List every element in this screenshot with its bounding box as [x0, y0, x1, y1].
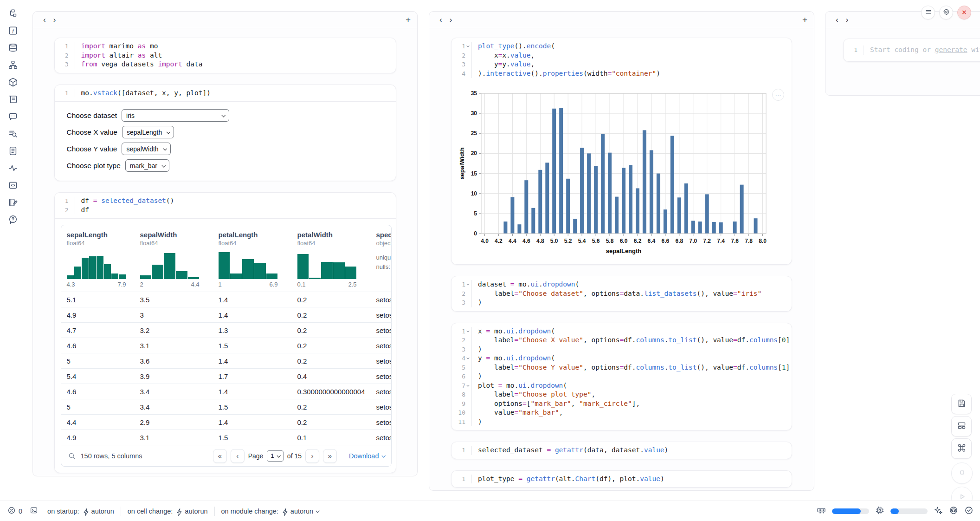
table-cell: setosa	[376, 403, 391, 411]
svg-text:6.6: 6.6	[662, 238, 670, 244]
code-editor[interactable]: 1df = selected_dataset()2df	[55, 193, 396, 218]
table-column-header[interactable]: sepalWidth float64 24.4	[140, 231, 219, 292]
column-prev-button[interactable]: ‹	[39, 16, 50, 24]
code-editor[interactable]: 1selected_dataset = getattr(data, datase…	[451, 442, 792, 459]
code-editor[interactable]: 1plot_type().encode(2 x=x.value,3 y=y.va…	[451, 38, 792, 82]
dependency-graph-button[interactable]	[5, 57, 21, 74]
svg-text:6.4: 6.4	[648, 238, 656, 244]
runtime-config-item[interactable]: on cell change: autorun	[128, 508, 208, 515]
column-1-header: ‹ › +	[33, 12, 417, 28]
first-page-button[interactable]: «	[213, 449, 227, 463]
cell-dataframe: 1df = selected_dataset()2df sepalLength …	[54, 192, 396, 473]
save-button[interactable]	[951, 394, 972, 414]
column-histogram	[140, 252, 200, 279]
line-number: 2	[65, 206, 69, 215]
table-header: sepalLength float64 4.37.9 sepalWidth fl…	[61, 225, 391, 292]
terminal-button[interactable]	[30, 506, 38, 516]
dependency-graph-icon	[8, 60, 18, 72]
fold-chevron-icon[interactable]	[465, 282, 471, 287]
code-editor[interactable]: 1 Start coding or generate with	[844, 39, 980, 61]
svg-text:4.0: 4.0	[481, 238, 489, 244]
fold-chevron-icon[interactable]	[465, 383, 471, 388]
line-number: 3	[65, 60, 69, 69]
runtime-config-item[interactable]: on startup: autorun	[47, 508, 114, 515]
table-row: 53.61.40.2setosa	[61, 353, 391, 368]
packages-button[interactable]	[5, 74, 21, 91]
tracing-button[interactable]	[5, 160, 21, 177]
table-cell: 4.6	[67, 342, 140, 350]
file-tree-button[interactable]	[5, 6, 21, 23]
menu-button[interactable]	[921, 6, 935, 20]
generate-link[interactable]: generate	[935, 46, 967, 53]
line-number: 1	[462, 475, 465, 484]
error-count-button[interactable]: 0	[7, 506, 22, 516]
chevron-down-icon	[381, 454, 385, 457]
table-column-header[interactable]: petalLength float64 16.9	[219, 231, 297, 292]
code-editor[interactable]: 1dataset = mo.ui.dropdown(2 label="Choos…	[451, 276, 792, 311]
runtime-config-label: on startup:	[47, 508, 79, 515]
chevron-down-icon	[277, 454, 280, 457]
svg-text:4.8: 4.8	[536, 238, 544, 244]
scratchpad-button[interactable]	[5, 91, 21, 109]
notebook-button[interactable]	[5, 195, 21, 212]
sparkles-icon	[934, 506, 943, 516]
code-editor[interactable]: 1plot_type = getattr(alt.Chart(df), plot…	[451, 471, 792, 488]
table-cell: 4.9	[67, 311, 140, 319]
dropdown-select[interactable]: sepalLength	[122, 126, 174, 138]
keyboard-shortcuts-button[interactable]	[951, 438, 972, 459]
snippets-button[interactable]	[5, 177, 21, 195]
stop-button[interactable]	[951, 462, 973, 484]
copilot-button[interactable]	[949, 506, 958, 516]
dropdown-label: Choose X value	[67, 128, 117, 137]
column-next-button[interactable]: ›	[446, 16, 456, 24]
table-row: 4.63.41.40.3000000000000004setosa	[61, 384, 391, 399]
chat-button[interactable]	[5, 109, 21, 126]
fold-chevron-icon[interactable]	[465, 329, 471, 334]
prev-page-button[interactable]: ‹	[231, 449, 245, 463]
chat-icon	[8, 111, 18, 123]
functions-button[interactable]: f	[5, 23, 21, 40]
add-cell-button[interactable]: +	[406, 15, 411, 24]
fold-chevron-icon[interactable]	[465, 356, 471, 361]
chart-actions-button[interactable]: ⋯	[772, 89, 784, 101]
code-editor[interactable]: 1mo.vstack([dataset, x, y, plot])	[55, 85, 396, 102]
close-button[interactable]: ×	[957, 6, 971, 20]
code-editor[interactable]: 1x = mo.ui.dropdown(2 label="Choose X va…	[451, 323, 792, 430]
add-cell-button[interactable]: +	[802, 15, 807, 24]
column-prev-button[interactable]: ‹	[832, 16, 842, 24]
column-prev-button[interactable]: ‹	[436, 16, 446, 24]
fold-chevron-icon[interactable]	[465, 44, 471, 49]
ai-assistant-button[interactable]	[934, 506, 943, 516]
dropdown-select[interactable]: iris	[122, 109, 229, 122]
documentation-button[interactable]	[5, 143, 21, 160]
settings-button[interactable]	[939, 6, 953, 20]
connection-status-button[interactable]	[964, 506, 974, 516]
table-column-header[interactable]: petalWidth float64 0.12.5	[297, 231, 376, 292]
table-cell: 3.1	[140, 434, 219, 442]
layout-button[interactable]	[951, 416, 972, 436]
hist-min-label: 1	[219, 281, 222, 288]
last-page-button[interactable]: »	[323, 449, 337, 463]
code-editor[interactable]: 1import marimo as mo2import altair as al…	[55, 38, 396, 73]
table-cell: setosa	[376, 342, 391, 350]
dropdown-select[interactable]: mark_bar	[125, 159, 169, 172]
runtime-config-item[interactable]: on module change: autorun	[221, 508, 319, 515]
column-next-button[interactable]: ›	[50, 16, 60, 24]
logs-button[interactable]	[5, 126, 21, 143]
code-line: 1plot_type().encode(	[451, 42, 792, 51]
table-search-button[interactable]	[68, 452, 76, 460]
table-cell: 0.2	[297, 296, 376, 304]
dropdown-select[interactable]: sepalWidth	[122, 143, 170, 155]
line-number: 3	[462, 60, 465, 69]
column-next-button[interactable]: ›	[842, 16, 852, 24]
datasources-button[interactable]	[5, 40, 21, 57]
help-button[interactable]	[5, 212, 21, 229]
next-page-button[interactable]: ›	[305, 449, 319, 463]
page-select[interactable]: 1	[267, 450, 284, 462]
table-column-header[interactable]: species object unique:nulls:	[376, 231, 392, 292]
table-column-header[interactable]: sepalLength float64 4.37.9	[67, 231, 140, 292]
download-button[interactable]: Download	[349, 452, 385, 460]
column-type: float64	[297, 240, 376, 247]
table-row: 53.41.50.2setosa	[61, 399, 391, 414]
altair-chart[interactable]: 4.04.24.44.64.85.05.25.45.65.86.06.26.46…	[458, 87, 792, 261]
